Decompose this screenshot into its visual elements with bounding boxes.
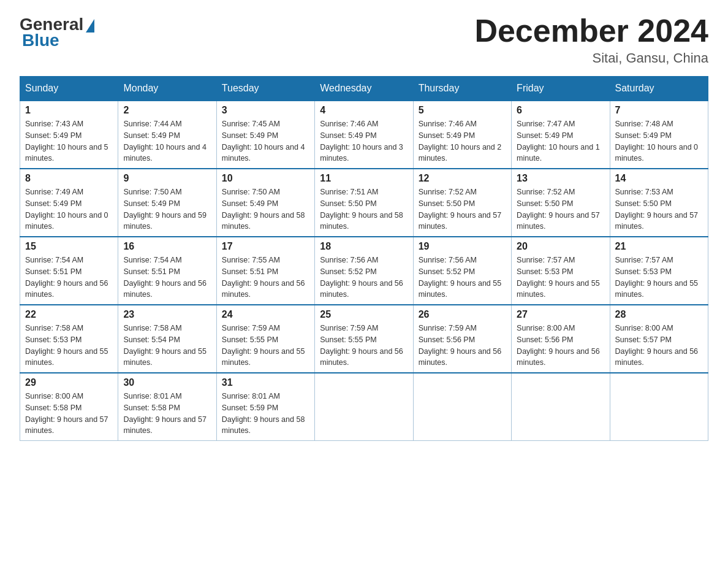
- day-number: 28: [615, 309, 703, 320]
- day-number: 5: [419, 105, 506, 116]
- day-number: 13: [517, 173, 604, 184]
- day-cell: 8 Sunrise: 7:49 AMSunset: 5:49 PMDayligh…: [20, 169, 118, 237]
- day-number: 26: [419, 309, 506, 320]
- day-info: Sunrise: 7:47 AMSunset: 5:49 PMDaylight:…: [517, 118, 604, 164]
- day-number: 25: [320, 309, 408, 320]
- day-info: Sunrise: 7:53 AMSunset: 5:50 PMDaylight:…: [615, 186, 703, 232]
- day-info: Sunrise: 7:51 AMSunset: 5:50 PMDaylight:…: [320, 186, 408, 232]
- day-info: Sunrise: 7:46 AMSunset: 5:49 PMDaylight:…: [320, 118, 408, 164]
- day-cell: 26 Sunrise: 7:59 AMSunset: 5:56 PMDaylig…: [413, 305, 511, 373]
- day-number: 10: [222, 173, 309, 184]
- day-number: 29: [25, 377, 113, 388]
- day-info: Sunrise: 7:52 AMSunset: 5:50 PMDaylight:…: [419, 186, 506, 232]
- day-cell: 16 Sunrise: 7:54 AMSunset: 5:51 PMDaylig…: [118, 237, 216, 305]
- day-number: 20: [517, 241, 604, 252]
- day-cell: 30 Sunrise: 8:01 AMSunset: 5:58 PMDaylig…: [118, 373, 216, 441]
- day-cell: 22 Sunrise: 7:58 AMSunset: 5:53 PMDaylig…: [20, 305, 118, 373]
- day-number: 11: [320, 173, 408, 184]
- day-number: 15: [25, 241, 113, 252]
- week-row-1: 1 Sunrise: 7:43 AMSunset: 5:49 PMDayligh…: [20, 101, 708, 169]
- day-cell: 17 Sunrise: 7:55 AMSunset: 5:51 PMDaylig…: [216, 237, 314, 305]
- day-info: Sunrise: 7:58 AMSunset: 5:53 PMDaylight:…: [25, 323, 113, 369]
- day-number: 24: [222, 309, 309, 320]
- day-cell: 12 Sunrise: 7:52 AMSunset: 5:50 PMDaylig…: [413, 169, 511, 237]
- week-row-4: 22 Sunrise: 7:58 AMSunset: 5:53 PMDaylig…: [20, 305, 708, 373]
- day-info: Sunrise: 7:43 AMSunset: 5:49 PMDaylight:…: [25, 118, 113, 164]
- day-cell: 25 Sunrise: 7:59 AMSunset: 5:55 PMDaylig…: [315, 305, 413, 373]
- day-cell: 20 Sunrise: 7:57 AMSunset: 5:53 PMDaylig…: [512, 237, 610, 305]
- week-row-2: 8 Sunrise: 7:49 AMSunset: 5:49 PMDayligh…: [20, 169, 708, 237]
- day-cell: 11 Sunrise: 7:51 AMSunset: 5:50 PMDaylig…: [315, 169, 413, 237]
- day-cell: [512, 373, 610, 441]
- day-cell: 29 Sunrise: 8:00 AMSunset: 5:58 PMDaylig…: [20, 373, 118, 441]
- day-number: 6: [517, 105, 604, 116]
- col-header-sunday: Sunday: [20, 77, 118, 101]
- day-number: 23: [123, 309, 211, 320]
- day-cell: 7 Sunrise: 7:48 AMSunset: 5:49 PMDayligh…: [610, 101, 708, 169]
- logo: General Blue: [20, 15, 94, 50]
- day-cell: 19 Sunrise: 7:56 AMSunset: 5:52 PMDaylig…: [413, 237, 511, 305]
- day-info: Sunrise: 7:50 AMSunset: 5:49 PMDaylight:…: [222, 186, 309, 232]
- day-info: Sunrise: 7:56 AMSunset: 5:52 PMDaylight:…: [419, 255, 506, 301]
- day-cell: 23 Sunrise: 7:58 AMSunset: 5:54 PMDaylig…: [118, 305, 216, 373]
- day-info: Sunrise: 8:00 AMSunset: 5:56 PMDaylight:…: [517, 323, 604, 369]
- day-cell: 10 Sunrise: 7:50 AMSunset: 5:49 PMDaylig…: [216, 169, 314, 237]
- day-info: Sunrise: 7:59 AMSunset: 5:55 PMDaylight:…: [222, 323, 309, 369]
- day-cell: 21 Sunrise: 7:57 AMSunset: 5:53 PMDaylig…: [610, 237, 708, 305]
- day-info: Sunrise: 7:50 AMSunset: 5:49 PMDaylight:…: [123, 186, 211, 232]
- col-header-thursday: Thursday: [413, 77, 511, 101]
- day-number: 3: [222, 105, 309, 116]
- day-cell: 6 Sunrise: 7:47 AMSunset: 5:49 PMDayligh…: [512, 101, 610, 169]
- day-cell: 24 Sunrise: 7:59 AMSunset: 5:55 PMDaylig…: [216, 305, 314, 373]
- day-cell: 9 Sunrise: 7:50 AMSunset: 5:49 PMDayligh…: [118, 169, 216, 237]
- day-number: 7: [615, 105, 703, 116]
- day-number: 30: [123, 377, 211, 388]
- day-number: 18: [320, 241, 408, 252]
- day-info: Sunrise: 7:57 AMSunset: 5:53 PMDaylight:…: [615, 255, 703, 301]
- day-number: 16: [123, 241, 211, 252]
- day-info: Sunrise: 7:57 AMSunset: 5:53 PMDaylight:…: [517, 255, 604, 301]
- day-number: 9: [123, 173, 211, 184]
- day-info: Sunrise: 7:56 AMSunset: 5:52 PMDaylight:…: [320, 255, 408, 301]
- day-info: Sunrise: 7:46 AMSunset: 5:49 PMDaylight:…: [419, 118, 506, 164]
- day-cell: 5 Sunrise: 7:46 AMSunset: 5:49 PMDayligh…: [413, 101, 511, 169]
- calendar-table: SundayMondayTuesdayWednesdayThursdayFrid…: [20, 76, 708, 441]
- day-number: 4: [320, 105, 408, 116]
- day-cell: 3 Sunrise: 7:45 AMSunset: 5:49 PMDayligh…: [216, 101, 314, 169]
- day-info: Sunrise: 8:00 AMSunset: 5:57 PMDaylight:…: [615, 323, 703, 369]
- day-cell: 14 Sunrise: 7:53 AMSunset: 5:50 PMDaylig…: [610, 169, 708, 237]
- week-row-5: 29 Sunrise: 8:00 AMSunset: 5:58 PMDaylig…: [20, 373, 708, 441]
- day-info: Sunrise: 7:55 AMSunset: 5:51 PMDaylight:…: [222, 255, 309, 301]
- day-number: 17: [222, 241, 309, 252]
- logo-blue-text: Blue: [22, 31, 59, 50]
- day-number: 19: [419, 241, 506, 252]
- day-number: 27: [517, 309, 604, 320]
- title-section: December 2024 Sitai, Gansu, China: [474, 15, 708, 66]
- day-cell: 18 Sunrise: 7:56 AMSunset: 5:52 PMDaylig…: [315, 237, 413, 305]
- day-number: 31: [222, 377, 309, 388]
- day-number: 21: [615, 241, 703, 252]
- day-cell: 27 Sunrise: 8:00 AMSunset: 5:56 PMDaylig…: [512, 305, 610, 373]
- day-cell: 28 Sunrise: 8:00 AMSunset: 5:57 PMDaylig…: [610, 305, 708, 373]
- day-number: 12: [419, 173, 506, 184]
- logo-triangle-icon: [86, 19, 94, 33]
- day-cell: 15 Sunrise: 7:54 AMSunset: 5:51 PMDaylig…: [20, 237, 118, 305]
- page-header: General Blue December 2024 Sitai, Gansu,…: [20, 15, 708, 66]
- day-info: Sunrise: 7:59 AMSunset: 5:55 PMDaylight:…: [320, 323, 408, 369]
- day-number: 14: [615, 173, 703, 184]
- col-header-tuesday: Tuesday: [216, 77, 314, 101]
- month-title: December 2024: [474, 15, 708, 47]
- day-info: Sunrise: 7:48 AMSunset: 5:49 PMDaylight:…: [615, 118, 703, 164]
- col-header-friday: Friday: [512, 77, 610, 101]
- day-info: Sunrise: 7:49 AMSunset: 5:49 PMDaylight:…: [25, 186, 113, 232]
- day-number: 1: [25, 105, 113, 116]
- day-number: 22: [25, 309, 113, 320]
- day-cell: 13 Sunrise: 7:52 AMSunset: 5:50 PMDaylig…: [512, 169, 610, 237]
- col-header-saturday: Saturday: [610, 77, 708, 101]
- day-info: Sunrise: 7:54 AMSunset: 5:51 PMDaylight:…: [123, 255, 211, 301]
- day-cell: 31 Sunrise: 8:01 AMSunset: 5:59 PMDaylig…: [216, 373, 314, 441]
- day-info: Sunrise: 7:59 AMSunset: 5:56 PMDaylight:…: [419, 323, 506, 369]
- day-info: Sunrise: 7:58 AMSunset: 5:54 PMDaylight:…: [123, 323, 211, 369]
- day-info: Sunrise: 7:44 AMSunset: 5:49 PMDaylight:…: [123, 118, 211, 164]
- day-cell: 4 Sunrise: 7:46 AMSunset: 5:49 PMDayligh…: [315, 101, 413, 169]
